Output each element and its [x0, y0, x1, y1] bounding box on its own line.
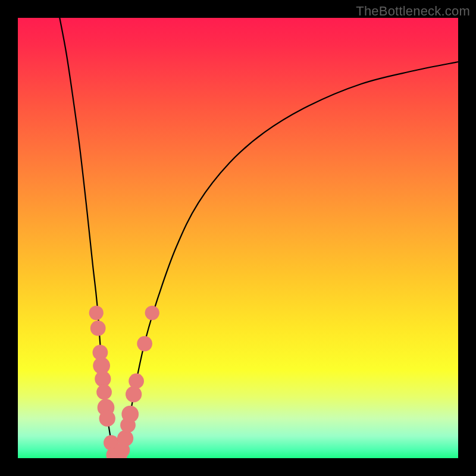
curve-marker [99, 411, 115, 427]
curve-marker [137, 336, 152, 352]
curve-marker [126, 386, 142, 402]
curve-marker [121, 406, 139, 423]
watermark-text: TheBottleneck.com [356, 4, 470, 19]
curve-marker [89, 306, 104, 320]
chart-frame: TheBottleneck.com [0, 0, 476, 476]
bottleneck-curve [18, 18, 458, 458]
curve-marker [145, 306, 159, 320]
chart-plot-area [18, 18, 458, 458]
curve-marker [90, 321, 106, 336]
curve-marker [96, 384, 112, 400]
curve-marker [117, 430, 133, 446]
curve-marker [129, 374, 144, 389]
